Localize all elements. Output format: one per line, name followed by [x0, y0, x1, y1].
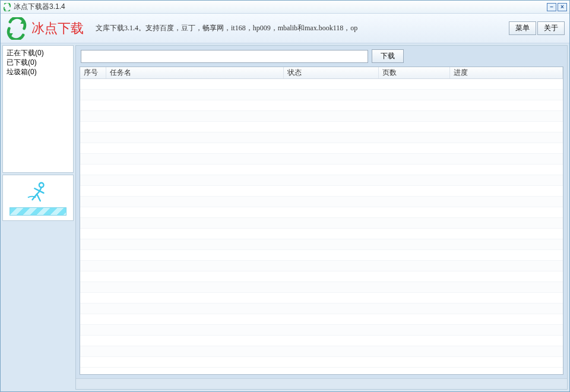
sidebar-animation [2, 175, 74, 221]
content-area: 正在下载(0) 已下载(0) 垃圾箱(0) 下载 [1, 43, 569, 391]
table-row[interactable] [80, 282, 563, 293]
table-row[interactable] [80, 293, 563, 304]
table-row[interactable] [80, 197, 563, 207]
table-row[interactable] [80, 143, 563, 154]
table-row[interactable] [80, 325, 563, 336]
table-row[interactable] [80, 250, 563, 261]
window-title: 冰点下载器3.1.4 [14, 2, 547, 12]
app-icon [3, 3, 11, 11]
sidebar: 正在下载(0) 已下载(0) 垃圾箱(0) [2, 45, 74, 390]
url-bar: 下载 [76, 46, 567, 67]
url-input[interactable] [81, 50, 368, 63]
app-name: 冰点下载 [31, 20, 84, 37]
table-row[interactable] [80, 218, 563, 229]
close-button[interactable]: × [558, 3, 567, 11]
table-row[interactable] [80, 90, 563, 100]
table-row[interactable] [80, 165, 563, 175]
titlebar: 冰点下载器3.1.4 – × [1, 1, 569, 14]
menu-button[interactable]: 菜单 [509, 21, 536, 35]
about-button[interactable]: 关于 [537, 21, 565, 35]
table-row[interactable] [80, 207, 563, 218]
app-window: 冰点下载器3.1.4 – × 冰点下载 文库下载3.1.4。支持百度，豆丁，畅享… [0, 0, 570, 392]
running-person-icon [24, 181, 52, 205]
table-row[interactable] [80, 239, 563, 250]
table-row[interactable] [80, 100, 563, 111]
table-body[interactable] [80, 79, 563, 374]
minimize-button[interactable]: – [547, 3, 556, 11]
table-row[interactable] [80, 357, 563, 368]
status-bar [76, 378, 567, 389]
sidebar-item-downloaded[interactable]: 已下载(0) [7, 58, 69, 67]
sidebar-item-trash[interactable]: 垃圾箱(0) [7, 67, 69, 77]
table-header: 序号 任务名 状态 页数 进度 [80, 67, 563, 79]
table-row[interactable] [80, 261, 563, 271]
table-row[interactable] [80, 346, 563, 357]
table-row[interactable] [80, 186, 563, 197]
table-row[interactable] [80, 314, 563, 325]
table-row[interactable] [80, 111, 563, 122]
main-panel: 下载 序号 任务名 状态 页数 进度 [75, 45, 568, 390]
col-pages[interactable]: 页数 [379, 67, 450, 78]
app-description: 文库下载3.1.4。支持百度，豆丁，畅享网，it168，hp009，mbalib… [96, 23, 509, 33]
table-row[interactable] [80, 79, 563, 90]
col-name[interactable]: 任务名 [106, 67, 284, 78]
header-buttons: 菜单 关于 [509, 21, 565, 35]
table-row[interactable] [80, 271, 563, 282]
col-status[interactable]: 状态 [284, 67, 379, 78]
sidebar-list: 正在下载(0) 已下载(0) 垃圾箱(0) [2, 45, 74, 173]
sidebar-item-downloading[interactable]: 正在下载(0) [7, 48, 69, 58]
table-row[interactable] [80, 336, 563, 346]
col-progress[interactable]: 进度 [450, 67, 563, 78]
table-row[interactable] [80, 154, 563, 165]
download-button[interactable]: 下载 [372, 49, 404, 63]
table-row[interactable] [80, 304, 563, 314]
table-row[interactable] [80, 122, 563, 132]
progress-stripe-icon [10, 207, 66, 216]
table-row[interactable] [80, 229, 563, 239]
window-controls: – × [547, 3, 567, 11]
table-row[interactable] [80, 132, 563, 143]
col-seq[interactable]: 序号 [80, 67, 106, 78]
task-table: 序号 任务名 状态 页数 进度 [80, 67, 563, 375]
refresh-icon [5, 17, 28, 40]
header: 冰点下载 文库下载3.1.4。支持百度，豆丁，畅享网，it168，hp009，m… [1, 14, 569, 43]
table-row[interactable] [80, 175, 563, 186]
